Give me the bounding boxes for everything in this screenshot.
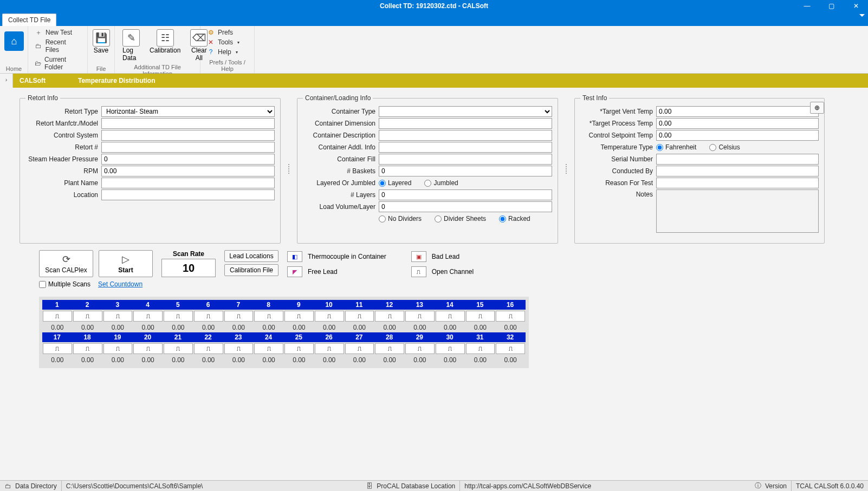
divider-sheets-radio[interactable]: Divider Sheets [435,215,486,222]
channel-cell[interactable]: ⎍ [224,311,254,322]
no-dividers-radio[interactable]: No Dividers [379,215,422,222]
channel-header: 1 [42,300,73,310]
serial-input[interactable] [656,154,819,165]
statusbar: 🗀Data Directory C:\Users\Scottie\Documen… [0,480,868,491]
folder-icon: 🗀 [35,42,42,50]
channel-cell[interactable]: ⎍ [436,311,465,322]
retort-model-input[interactable] [101,118,275,129]
layjum-label: Layered Or Jumbled [303,179,379,187]
control-setpoint-input[interactable] [656,130,819,141]
baskets-input[interactable] [379,166,552,176]
conducted-by-input[interactable] [656,166,819,176]
channel-cell[interactable]: ⎍ [133,343,163,354]
minimize-button[interactable]: — [795,0,819,12]
layers-input[interactable] [379,189,552,200]
scan-rate-value[interactable]: 10 [161,259,216,277]
scan-calplex-button[interactable]: ⟳Scan CALPlex [39,250,93,277]
channel-cell[interactable]: ⎍ [73,311,102,322]
channel-cell[interactable]: ⎍ [315,311,344,322]
lead-locations-button[interactable]: Lead Locations [224,250,278,262]
channel-header: 4 [133,300,163,310]
celsius-radio[interactable]: Celsius [709,143,740,151]
channel-cell[interactable]: ⎍ [315,343,344,354]
container-type-select[interactable] [379,106,552,117]
channel-cell[interactable]: ⎍ [103,311,133,322]
channel-cell[interactable]: ⎍ [254,311,283,322]
reason-input[interactable] [656,178,819,188]
db-location-value: http://tcal-apps.com/CALSoftWebDBService [464,482,591,490]
current-folder-button[interactable]: 🗁Current Folder [33,55,83,71]
target-process-input[interactable] [656,118,819,129]
channel-cell[interactable]: ⎍ [345,311,374,322]
jumbled-radio[interactable]: Jumbled [424,179,458,187]
channel-cell[interactable]: ⎍ [254,343,283,354]
retort-num-input[interactable] [101,142,275,153]
channel-cell[interactable]: ⎍ [164,343,193,354]
add-note-button[interactable]: ⊕ [810,102,824,114]
calibration-file-button[interactable]: Calibration File [224,264,278,276]
new-test-button[interactable]: ＋New Test [33,28,83,37]
channel-cell[interactable]: ⎍ [43,311,72,322]
tools-button[interactable]: ✕Tools▾ [205,38,250,47]
volume-input[interactable] [379,201,552,212]
target-vent-input[interactable] [656,106,819,117]
channel-cell[interactable]: ⎍ [405,343,435,354]
log-data-button[interactable]: ✎Log Data [119,28,143,63]
panel-toggle[interactable]: › [0,74,13,88]
content-area: Retort Info Retort TypeHorizontal- Steam… [0,88,868,480]
channel-cell[interactable]: ⎍ [284,343,314,354]
fahrenheit-radio[interactable]: Fahrenheit [656,143,696,151]
recent-files-button[interactable]: 🗀Recent Files [33,38,83,54]
home-icon[interactable]: ⌂ [4,31,24,51]
splitter-grip[interactable] [565,94,568,244]
channel-cell[interactable]: ⎍ [43,343,72,354]
channel-header: 8 [254,300,284,310]
prefs-button[interactable]: ⚙Prefs [205,28,250,37]
channel-cell[interactable]: ⎍ [164,311,193,322]
container-fill-input[interactable] [379,154,552,165]
channel-cell[interactable]: ⎍ [73,343,102,354]
retort-type-select[interactable]: Horizontal- Steam [101,106,275,117]
control-system-input[interactable] [101,130,275,141]
channel-cell[interactable]: ⎍ [375,343,404,354]
steam-pressure-input[interactable] [101,154,275,165]
channel-cell[interactable]: ⎍ [496,343,525,354]
channel-cell[interactable]: ⎍ [466,311,495,322]
channel-cell[interactable]: ⎍ [194,343,223,354]
channel-cell[interactable]: ⎍ [194,311,223,322]
save-button[interactable]: 💾Save [92,28,110,55]
rpm-input[interactable] [101,166,275,176]
location-input[interactable] [101,189,275,200]
channel-header: 20 [133,332,163,342]
channel-cell[interactable]: ⎍ [466,343,495,354]
channel-cell[interactable]: ⎍ [405,311,435,322]
channel-value: 0.00 [284,323,314,332]
calibration-button[interactable]: ☷Calibration [146,28,184,55]
channel-cell[interactable]: ⎍ [496,311,525,322]
help-button[interactable]: ?Help▾ [205,48,250,56]
start-button[interactable]: ▷Start [99,250,153,277]
channel-cell[interactable]: ⎍ [284,311,314,322]
channel-cell[interactable]: ⎍ [224,343,254,354]
channel-value: 0.00 [254,323,284,332]
container-dim-input[interactable] [379,118,552,129]
splitter-grip[interactable] [287,94,290,244]
layered-radio[interactable]: Layered [379,179,411,187]
close-button[interactable]: ✕ [844,0,868,12]
container-desc-input[interactable] [379,130,552,141]
multiple-scans-checkbox[interactable]: Multiple Scans [39,280,90,288]
container-addl-input[interactable] [379,142,552,153]
channel-cell[interactable]: ⎍ [345,343,374,354]
notes-textarea[interactable] [656,189,819,233]
set-countdown-link[interactable]: Set Countdown [98,280,142,288]
channel-cell[interactable]: ⎍ [103,343,133,354]
channel-cell[interactable]: ⎍ [375,311,404,322]
plant-name-input[interactable] [101,178,275,188]
channel-cell[interactable]: ⎍ [436,343,465,354]
data-directory-value: C:\Users\Scottie\Documents\CALSoft6\Samp… [66,482,203,490]
racked-radio[interactable]: Racked [499,215,530,222]
channel-cell[interactable]: ⎍ [133,311,163,322]
chevron-right-icon: › [5,76,8,83]
maximize-button[interactable]: ▢ [819,0,844,12]
tab-collect-td-file[interactable]: Collect TD File [2,14,56,26]
